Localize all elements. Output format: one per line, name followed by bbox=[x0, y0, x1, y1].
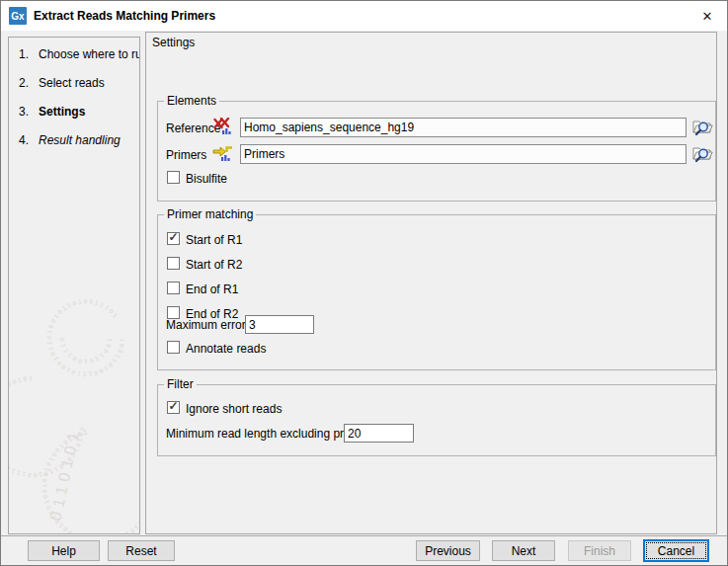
checkbox-mark: ✓ bbox=[168, 232, 178, 243]
binary-spiral-watermark: 1001101001110100101101001011010011101 10… bbox=[8, 277, 140, 534]
step-label: Result handling bbox=[39, 133, 121, 147]
maximum-errors-label: Maximum errors bbox=[166, 318, 252, 332]
reference-browse-button[interactable] bbox=[690, 117, 714, 136]
help-button[interactable]: Help bbox=[28, 540, 100, 561]
settings-panel: Settings Elements Reference bbox=[145, 32, 717, 534]
step-number: 4. bbox=[19, 133, 29, 147]
primer-matching-groupbox: Primer matching ✓ Start of R1 Start of R… bbox=[157, 214, 716, 370]
close-icon[interactable]: ✕ bbox=[688, 1, 727, 31]
reset-button[interactable]: Reset bbox=[108, 540, 175, 561]
bisulfite-checkbox[interactable] bbox=[167, 171, 180, 184]
svg-text:100110100111010010110100101101: 1001101001110100101101001011010011101 bbox=[8, 277, 113, 364]
start-of-r1-label: Start of R1 bbox=[186, 233, 242, 247]
annotate-reads-label: Annotate reads bbox=[186, 342, 266, 356]
reference-sequence-icon bbox=[212, 118, 234, 135]
cancel-button[interactable]: Cancel bbox=[643, 539, 709, 562]
step-number: 1. bbox=[19, 47, 29, 61]
wizard-step-settings-current: 3. Settings bbox=[9, 105, 139, 119]
wizard-step-choose-where-to-run: 1. Choose where to run bbox=[9, 47, 139, 61]
annotate-reads-checkbox[interactable] bbox=[167, 341, 180, 354]
folder-search-icon bbox=[690, 117, 714, 136]
svg-text:0110101: 0110101 bbox=[46, 426, 83, 523]
step-number: 3. bbox=[19, 105, 29, 119]
start-of-r2-checkbox[interactable] bbox=[167, 257, 180, 270]
svg-text:101101001011010011101001011010: 1011010010110100111010010110100101101001… bbox=[41, 429, 140, 534]
start-of-r1-checkbox[interactable]: ✓ bbox=[167, 232, 180, 245]
maximum-errors-input[interactable] bbox=[245, 315, 314, 334]
checkbox-mark: ✓ bbox=[168, 401, 178, 412]
step-label: Settings bbox=[39, 105, 85, 119]
wizard-step-select-reads: 2. Select reads bbox=[9, 76, 139, 90]
footer-divider bbox=[1, 535, 727, 536]
primers-browse-button[interactable] bbox=[690, 143, 714, 163]
wizard-step-result-handling: 4. Result handling bbox=[9, 133, 139, 147]
next-button[interactable]: Next bbox=[492, 540, 555, 561]
primer-matching-group-title: Primer matching bbox=[164, 207, 256, 221]
primers-label: Primers bbox=[166, 148, 206, 162]
dialog-window: Gx Extract Reads Matching Primers ✕ 1. C… bbox=[0, 0, 728, 566]
ignore-short-reads-checkbox[interactable]: ✓ bbox=[167, 401, 180, 414]
elements-group-title: Elements bbox=[164, 94, 219, 108]
filter-groupbox: Filter ✓ Ignore short reads Minimum read… bbox=[157, 384, 716, 456]
ignore-short-reads-label: Ignore short reads bbox=[186, 402, 282, 416]
filter-group-title: Filter bbox=[164, 377, 197, 391]
step-number: 2. bbox=[19, 76, 29, 90]
elements-groupbox: Elements Reference bbox=[157, 101, 716, 202]
end-of-r1-label: End of R1 bbox=[186, 283, 238, 296]
window-titlebar[interactable]: Gx Extract Reads Matching Primers ✕ bbox=[1, 1, 727, 31]
min-read-length-label: Minimum read length excluding primer bbox=[166, 427, 366, 441]
panel-title: Settings bbox=[152, 36, 195, 49]
start-of-r2-label: Start of R2 bbox=[186, 258, 242, 272]
app-logo-icon: Gx bbox=[9, 7, 27, 25]
svg-text:011010010110100111010010110100: 0110100101101001110100101101001011010010… bbox=[8, 375, 85, 478]
finish-button: Finish bbox=[568, 540, 631, 561]
step-label: Select reads bbox=[39, 76, 105, 90]
min-read-length-input[interactable] bbox=[344, 424, 414, 443]
svg-text:100110100111010010110100101101: 1001101001110100101101001011010011101 bbox=[46, 298, 125, 377]
wizard-steps-sidebar: 1. Choose where to run 2. Select reads 3… bbox=[8, 37, 140, 534]
primers-input[interactable] bbox=[240, 144, 687, 164]
primers-icon bbox=[212, 144, 234, 162]
folder-search-icon bbox=[690, 143, 714, 163]
step-label: Choose where to run bbox=[39, 47, 140, 61]
bisulfite-label: Bisulfite bbox=[186, 172, 227, 186]
end-of-r1-checkbox[interactable] bbox=[167, 282, 180, 294]
window-title: Extract Reads Matching Primers bbox=[34, 1, 215, 31]
previous-button[interactable]: Previous bbox=[416, 540, 480, 561]
reference-input[interactable] bbox=[240, 118, 687, 137]
